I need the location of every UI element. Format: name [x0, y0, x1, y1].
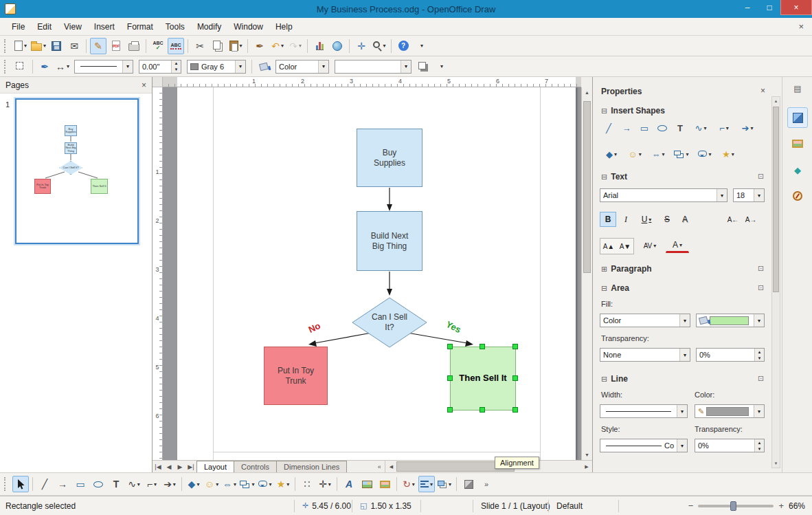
save-button[interactable] [48, 38, 65, 54]
sidebar-tab-gallery[interactable] [787, 133, 808, 154]
fill-style-combo[interactable]: Color▾ [275, 60, 329, 74]
spin-up-icon[interactable]: ▲ [755, 439, 764, 446]
italic-button[interactable]: I [618, 212, 634, 227]
connector-tool-button[interactable]: ⌐▾ [144, 476, 160, 492]
line-width-spinner[interactable]: 0.00" ▲▼ [139, 60, 181, 74]
sidebar-settings-icon[interactable]: ▤ [787, 81, 808, 96]
properties-scrollbar[interactable]: ▲ ▼ [771, 96, 780, 468]
properties-close-icon[interactable]: × [760, 86, 765, 96]
alignment-button[interactable]: ▾ [418, 476, 435, 492]
font-color-button[interactable]: A▾ [666, 238, 689, 253]
line-tool-button[interactable]: ╱ [36, 476, 53, 492]
spellcheck-button[interactable]: ABC✓ [150, 38, 166, 54]
selection-handle[interactable] [447, 375, 453, 381]
arrange-button[interactable]: ▾ [436, 476, 453, 492]
scrollbar-thumb[interactable] [583, 101, 591, 273]
flowchart-shapes-button[interactable]: ▾ [670, 146, 693, 162]
sidebar-tab-navigator[interactable] [787, 186, 808, 206]
block-arrows-button[interactable]: ⇔▾ [221, 476, 238, 492]
menu-item[interactable]: Edit [31, 19, 58, 34]
line-style-combo[interactable]: Co▾ [600, 439, 688, 452]
text-tool-button[interactable]: T [108, 476, 124, 492]
basic-shapes-button[interactable]: ◆▾ [185, 476, 202, 492]
toolbar-overflow-button[interactable]: ▾ [433, 58, 449, 75]
text-shadow-button[interactable]: A [677, 212, 693, 227]
toolbar-grip[interactable] [4, 60, 8, 74]
menu-item[interactable]: Modify [191, 19, 227, 34]
menu-item[interactable]: File [5, 19, 31, 34]
scroll-left-icon[interactable]: ◀ [385, 461, 396, 472]
area-dialog-button[interactable] [256, 58, 272, 75]
select-tool-button[interactable] [12, 476, 29, 492]
star-shapes-button[interactable]: ★▾ [275, 476, 291, 492]
fill-color-combo[interactable]: ▾ [335, 60, 411, 74]
decrease-font-button[interactable]: A▼ [617, 239, 633, 254]
tab-controls[interactable]: Controls [234, 461, 277, 472]
paragraph-section-options-icon[interactable]: ⊡ [758, 264, 764, 273]
help-button[interactable]: ? [395, 38, 411, 54]
edit-points-button[interactable] [12, 58, 29, 75]
line-section-options-icon[interactable]: ⊡ [758, 374, 764, 383]
last-page-icon[interactable]: ▶| [185, 461, 196, 472]
sidebar-tab-styles[interactable]: ◆ [787, 160, 808, 180]
line-transparency-spinner[interactable]: 0% ▲▼ [695, 439, 765, 452]
flowchart-node-build-next-big-thing[interactable]: Build Next Big Thing [357, 211, 422, 271]
drawing-viewport[interactable]: Buy Supplies Build Next Big Thing Can I … [163, 87, 581, 460]
glue-points-button[interactable]: ✛▾ [317, 476, 333, 492]
menu-item[interactable]: Format [121, 19, 159, 34]
line-color-combo[interactable]: Gray 6▾ [187, 60, 246, 74]
section-paragraph[interactable]: ⊞ Paragraph [601, 264, 652, 274]
fill-type-combo[interactable]: Color▾ [600, 314, 690, 327]
bold-button[interactable]: B [600, 212, 616, 227]
tab-dimension-lines[interactable]: Dimension Lines [276, 461, 347, 472]
spin-down-icon[interactable]: ▼ [172, 67, 181, 73]
rectangle-tool-button[interactable]: ▭ [72, 476, 89, 492]
zoom-slider-thumb[interactable] [730, 501, 736, 511]
section-area[interactable]: ⊟ Area [601, 283, 629, 293]
line-color-picker[interactable]: ✎▾ [695, 404, 765, 418]
previous-page-icon[interactable]: ◀ [163, 461, 174, 472]
flowchart-node-can-i-sell-it[interactable]: Can I Sell It? [352, 297, 427, 348]
spin-up-icon[interactable]: ▲ [755, 349, 764, 355]
toolbar-grip[interactable] [4, 477, 8, 491]
insert-ellipse-button[interactable] [653, 120, 671, 136]
font-size-combo[interactable]: 18▾ [733, 188, 765, 202]
selection-handle[interactable] [447, 407, 453, 413]
cut-button[interactable]: ✂ [192, 38, 208, 54]
minimize-button[interactable]: – [736, 0, 758, 15]
zoom-in-icon[interactable]: + [778, 501, 784, 511]
scrollbar-thumb[interactable] [773, 107, 779, 292]
hyperlink-button[interactable] [329, 38, 346, 54]
insert-text-button[interactable]: T [671, 120, 689, 136]
ellipse-tool-button[interactable] [90, 476, 106, 492]
scroll-up-icon[interactable]: ▲ [582, 87, 592, 98]
fontwork-button[interactable]: A [341, 476, 357, 492]
transparency-spinner[interactable]: 0% ▲▼ [696, 348, 765, 362]
curve-tool-button[interactable]: ∿▾ [126, 476, 142, 492]
next-page-icon[interactable]: ▶ [174, 461, 185, 472]
page-style-field[interactable]: Default [556, 496, 583, 515]
menu-item[interactable]: Insert [88, 19, 121, 34]
star-shapes-button[interactable]: ★▾ [717, 146, 740, 162]
zoom-percent[interactable]: 66% [789, 501, 805, 511]
increase-spacing-button[interactable]: A← [725, 212, 741, 227]
tab-layout[interactable]: Layout [196, 461, 234, 472]
insert-picture-button[interactable] [359, 476, 375, 492]
sidebar-tab-properties[interactable] [787, 107, 808, 128]
maximize-button[interactable]: □ [758, 0, 780, 15]
paste-button[interactable]: ▾ [227, 38, 244, 54]
first-page-icon[interactable]: |◀ [153, 461, 163, 472]
menu-item[interactable]: Window [227, 19, 269, 34]
new-document-button[interactable]: ▾ [12, 38, 29, 54]
fill-color-picker[interactable]: ▾ [696, 314, 765, 327]
close-button[interactable]: × [780, 0, 812, 15]
section-text[interactable]: ⊟ Text [601, 172, 627, 182]
menu-item[interactable]: Tools [159, 19, 191, 34]
page-thumbnail[interactable]: Buy Supplies Build Next Big Thing Can I … [15, 98, 139, 244]
toolbar-grip[interactable] [4, 39, 8, 53]
line-width-combo[interactable]: ▾ [600, 404, 688, 418]
edit-mode-button[interactable]: ✎ [90, 38, 106, 54]
transparency-type-combo[interactable]: None▾ [600, 348, 690, 362]
symbol-shapes-button[interactable]: ☺▾ [623, 146, 646, 162]
callout-shapes-button[interactable]: ▾ [693, 146, 717, 162]
